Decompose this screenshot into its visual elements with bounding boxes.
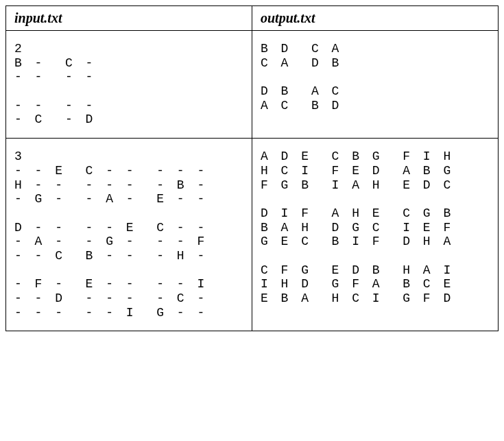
input-text: 3 - - E C - - - - - H - - - - - - B - - … [14,150,243,320]
output-text: A D E C B G F I H H C I F E D A B G F G … [261,150,490,306]
output-cell: A D E C B G F I H H C I F E D A B G F G … [252,139,499,331]
header-output: output.txt [252,6,499,31]
table-row: 2 B - C - - - - - - - - - - C - D B D C … [6,31,499,139]
header-input: input.txt [6,6,252,31]
io-table: input.txt output.txt 2 B - C - - - - - -… [5,5,499,331]
table-row: 3 - - E C - - - - - H - - - - - - B - - … [6,139,499,331]
output-text: B D C A C A D B D B A C A C B D [261,42,490,112]
input-text: 2 B - C - - - - - - - - - - C - D [14,42,243,127]
output-cell: B D C A C A D B D B A C A C B D [252,31,499,139]
input-cell: 3 - - E C - - - - - H - - - - - - B - - … [6,139,252,331]
input-cell: 2 B - C - - - - - - - - - - C - D [6,31,252,139]
